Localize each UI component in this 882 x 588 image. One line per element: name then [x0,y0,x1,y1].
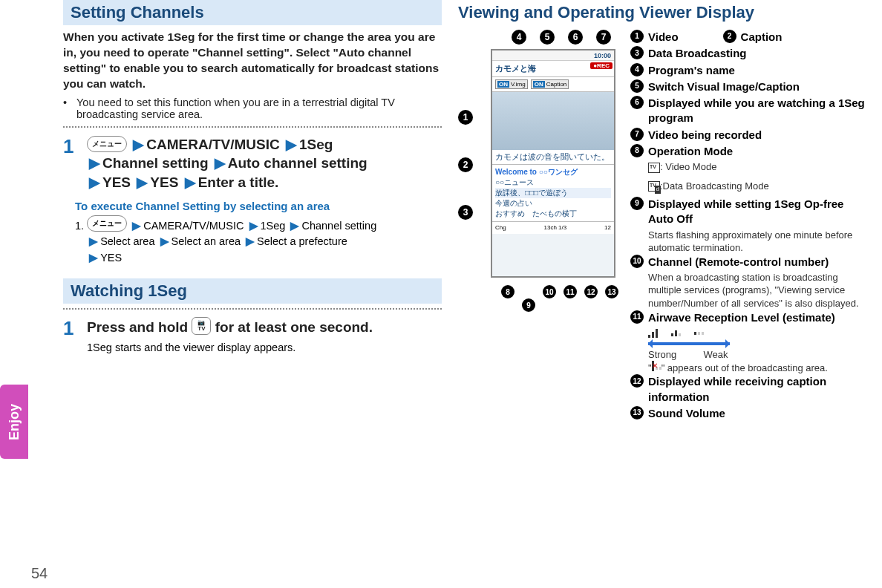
callout-10: 10 [543,285,556,298]
callout-3: 3 [458,205,473,220]
bottom-chg: Chg [495,224,506,231]
callout-1: 1 [458,110,473,125]
heading-viewer-display: Viewing and Operating Viewer Display [458,0,867,25]
legend-num-6: 6 [630,96,644,109]
label-weak: Weak [703,349,728,360]
legend-autooff: Displayed while setting 1Seg Op-free Aut… [648,197,867,227]
legend-num-9: 9 [630,197,644,210]
path-auto-channel: Auto channel setting [228,155,368,171]
subheading-select-area: To execute Channel Setting by selecting … [75,200,442,212]
menu-button-icon: メニュー [87,215,127,232]
arrow-icon: ▶ [247,220,261,232]
path-yes2: YES [150,174,178,190]
legend-num-8: 8 [630,144,644,157]
bottom-volume: 12 [604,224,611,231]
legend-switch: Switch Visual Image/Caption [648,79,800,94]
watch-step-1: 1 Press and hold 📷 TV for at least one s… [63,317,442,353]
subpath-select-area: Select area [100,235,154,247]
data-broadcasting-area: Welcome to ○○ワンセグ ○○ニュース 放課後、□□□で遊ぼう 今週の… [492,165,614,222]
arrow-icon: ▶ [158,235,172,247]
arrow-icon: ▶ [288,220,301,232]
tv-label: TV [197,326,205,332]
program-title-bar: カモメと海 ●REC [492,61,614,77]
path-yes1: YES [102,174,131,190]
signal-weak-icon [694,332,704,335]
db-line: ○○ニュース [495,177,611,188]
watch-step-post: for at least one second. [215,319,373,335]
divider [63,126,442,128]
signal-strong-icon [648,329,658,338]
legend-num-2: 2 [723,30,736,43]
rec-badge: ●REC [590,62,612,69]
legend-num-7: 7 [630,128,644,141]
legend-autooff-sub: Starts flashing approximately one minute… [648,229,867,255]
watch-step-pre: Press and hold [87,319,192,335]
legend-opmode: Operation Mode [648,144,733,159]
subpath-channel-setting: Channel setting [301,220,376,232]
divider [63,308,442,310]
legend-caption: Caption [741,30,783,45]
legend-num-5: 5 [630,79,644,93]
legend-num-10: 10 [630,255,644,268]
status-time: 10:00 [594,52,611,59]
program-title: カモメと海 [495,64,536,73]
callout-13: 13 [605,285,618,298]
viewer-figure: 4 5 6 7 1 2 3 10:00 [458,30,621,312]
legend-airwave: Airwave Reception Level (estimate) [648,310,835,325]
legend-dbmode: :Data Broadcasting Mode [648,180,867,193]
watch-step-instruction: Press and hold 📷 TV for at least one sec… [87,317,442,337]
arrow-icon: ▶ [87,235,100,247]
bullet-text: You need to set this function when you a… [76,97,442,120]
legend-recorded: Video being recorded [648,128,762,143]
legend-volume: Sound Volume [648,406,725,421]
callout-9: 9 [522,298,535,312]
callout-5: 5 [540,30,555,45]
arrow-icon: ▶ [134,174,150,190]
subpath-1seg: 1Seg [261,220,286,232]
dbmode-icon [648,181,660,192]
bullet-dot: • [63,97,71,120]
legend-databc: Data Broadcasting [648,46,747,61]
side-tab-enjoy: Enjoy [0,385,28,459]
subpath-yes: YES [100,252,122,264]
bottom-channel: 13ch 1/3 [544,224,567,231]
label-strong: Strong [648,349,676,360]
legend-watching: Displayed while you are watching a 1Seg … [648,96,867,126]
left-column: Setting Channels When you activate 1Seg … [63,0,442,422]
legend-num-4: 4 [630,63,644,76]
arrow-icon: ▶ [212,155,228,171]
callout-6: 6 [568,30,583,45]
db-line: おすすめ たべもの横丁 [495,209,611,219]
legend-videomode: : Video Mode [648,160,867,174]
db-welcome: Welcome to ○○ワンセグ [495,167,611,177]
out-of-area-text: " appears out of the broadcasting area. [662,362,828,373]
substep-path: 1. メニュー ▶CAMERA/TV/MUSIC ▶1Seg ▶Channel … [75,215,442,267]
path-1seg: 1Seg [299,137,333,152]
legend-num-11: 11 [630,310,644,324]
signal-none-icon: ✕ [652,367,662,370]
legend-num-3: 3 [630,46,644,59]
legend-channel: Channel (Remote-control number) [648,255,829,270]
tab-caption: ONCaption [531,79,569,89]
intro-paragraph: When you activate 1Seg for the first tim… [63,30,442,92]
legend-num-1: 1 [630,30,644,43]
tab-vimg: ONV.img [495,79,528,89]
caption-area: カモメは波の音を聞いていた。 [492,150,614,165]
legend-video: Video [648,30,679,45]
bullet-note: • You need to set this function when you… [63,97,442,120]
db-line-selected: 放課後、□□□で遊ぼう [495,188,611,198]
legend-recvcaption: Displayed while receiving caption inform… [648,374,867,405]
menu-button-icon: メニュー [87,136,127,152]
arrow-icon: ▶ [131,137,146,152]
callout-8: 8 [501,285,514,298]
page-number: 54 [31,565,48,582]
phone-bottom-bar: Chg 13ch 1/3 12 [492,222,614,234]
heading-setting-channels: Setting Channels [63,0,442,25]
callout-4: 4 [512,30,526,45]
phone-screenshot: 10:00 カモメと海 ●REC ONV.img ONCaption カモメは波… [491,49,615,278]
callout-2: 2 [458,157,473,172]
callout-12: 12 [584,285,598,298]
step-path: メニュー ▶CAMERA/TV/MUSIC ▶1Seg ▶Channel set… [87,135,442,192]
arrow-icon: ▶ [87,252,100,264]
legend-program-name: Program's name [648,63,735,78]
